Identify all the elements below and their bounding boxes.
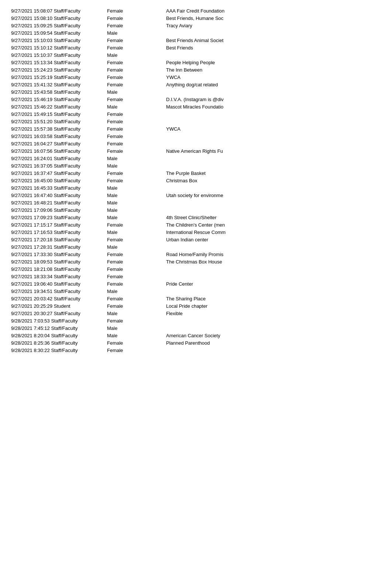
datetime-cell: 9/27/2021 18:21:08 Staff/Faculty [11, 266, 107, 272]
table-row: 9/27/2021 15:43:58 Staff/FacultyMale [11, 89, 381, 96]
charity-cell: YWCA [166, 126, 381, 132]
datetime-cell: 9/27/2021 15:41:32 Staff/Faculty [11, 82, 107, 87]
gender-cell: Female [107, 274, 166, 279]
datetime-cell: 9/27/2021 16:45:00 Staff/Faculty [11, 178, 107, 183]
gender-cell: Female [107, 126, 166, 132]
charity-cell: Native American Rights Fu [166, 148, 381, 154]
datetime-cell: 9/27/2021 15:25:19 Staff/Faculty [11, 75, 107, 80]
table-row: 9/28/2021 8:30:22 Staff/FacultyFemale [11, 347, 381, 354]
gender-cell: Male [107, 200, 166, 206]
table-row: 9/27/2021 15:09:25 Staff/FacultyFemaleTr… [11, 22, 381, 30]
gender-cell: Male [107, 311, 166, 316]
table-row: 9/27/2021 19:34:51 Staff/FacultyMale [11, 288, 381, 295]
datetime-cell: 9/27/2021 19:06:40 Staff/Faculty [11, 281, 107, 287]
table-row: 9/27/2021 15:57:38 Staff/FacultyFemaleYW… [11, 125, 381, 133]
gender-cell: Female [107, 111, 166, 117]
gender-cell: Male [107, 185, 166, 191]
datetime-cell: 9/28/2021 8:25:36 Staff/Faculty [11, 340, 107, 346]
gender-cell: Male [107, 325, 166, 331]
datetime-cell: 9/27/2021 15:09:25 Staff/Faculty [11, 23, 107, 28]
gender-cell: Male [107, 30, 166, 36]
datetime-cell: 9/27/2021 15:24:23 Staff/Faculty [11, 67, 107, 73]
charity-cell: AAA Fair Credit Foundation [166, 8, 381, 14]
table-row: 9/27/2021 15:10:37 Staff/FacultyMale [11, 52, 381, 59]
charity-cell: Mascot Miracles Foundatio [166, 104, 381, 110]
gender-cell: Male [107, 156, 166, 161]
datetime-cell: 9/27/2021 15:46:22 Staff/Faculty [11, 104, 107, 110]
table-row: 9/27/2021 17:33:30 Staff/FacultyFemaleRo… [11, 251, 381, 258]
table-row: 9/27/2021 20:25:29 StudentFemaleLocal Pr… [11, 303, 381, 310]
gender-cell: Female [107, 266, 166, 272]
datetime-cell: 9/27/2021 15:49:15 Staff/Faculty [11, 111, 107, 117]
datetime-cell: 9/27/2021 16:03:58 Staff/Faculty [11, 134, 107, 139]
charity-cell: Anything dog/cat related [166, 82, 381, 87]
table-row: 9/27/2021 15:41:32 Staff/FacultyFemaleAn… [11, 81, 381, 89]
gender-cell: Female [107, 134, 166, 139]
table-row: 9/27/2021 17:16:53 Staff/FacultyMaleInte… [11, 229, 381, 236]
table-row: 9/27/2021 16:07:56 Staff/FacultyFemaleNa… [11, 148, 381, 155]
charity-cell: The Sharing Place [166, 296, 381, 301]
gender-cell: Male [107, 207, 166, 213]
datetime-cell: 9/27/2021 15:10:12 Staff/Faculty [11, 45, 107, 51]
table-row: 9/27/2021 20:30:27 Staff/FacultyMaleFlex… [11, 310, 381, 317]
table-row: 9/27/2021 16:37:47 Staff/FacultyFemaleTh… [11, 170, 381, 177]
table-row: 9/27/2021 16:45:00 Staff/FacultyFemaleCh… [11, 177, 381, 184]
table-row: 9/27/2021 17:20:18 Staff/FacultyFemaleUr… [11, 236, 381, 244]
gender-cell: Female [107, 252, 166, 257]
table-row: 9/27/2021 17:28:31 Staff/FacultyMale [11, 244, 381, 251]
gender-cell: Female [107, 141, 166, 146]
table-row: 9/27/2021 17:15:17 Staff/FacultyFemaleTh… [11, 221, 381, 229]
table-row: 9/28/2021 7:45:12 Staff/FacultyMale [11, 325, 381, 332]
charity-cell: Pride Center [166, 281, 381, 287]
datetime-cell: 9/27/2021 20:03:42 Staff/Faculty [11, 296, 107, 301]
charity-cell: Best Friends [166, 45, 381, 51]
charity-cell: Utah society for environme [166, 193, 381, 198]
gender-cell: Female [107, 340, 166, 346]
table-row: 9/27/2021 15:08:07 Staff/FacultyFemaleAA… [11, 7, 381, 15]
datetime-cell: 9/28/2021 8:20:04 Staff/Faculty [11, 333, 107, 338]
gender-cell: Female [107, 170, 166, 176]
table-row: 9/27/2021 15:46:22 Staff/FacultyMaleMasc… [11, 103, 381, 111]
gender-cell: Male [107, 89, 166, 95]
table-row: 9/27/2021 16:37:05 Staff/FacultyMale [11, 162, 381, 170]
gender-cell: Female [107, 8, 166, 14]
table-row: 9/27/2021 18:33:34 Staff/FacultyFemale [11, 273, 381, 280]
datetime-cell: 9/27/2021 16:37:47 Staff/Faculty [11, 170, 107, 176]
table-row: 9/27/2021 16:04:27 Staff/FacultyFemale [11, 140, 381, 148]
charity-cell: D.I.V.A. (Instagram is @div [166, 97, 381, 102]
gender-cell: Female [107, 97, 166, 102]
datetime-cell: 9/27/2021 20:30:27 Staff/Faculty [11, 311, 107, 316]
datetime-cell: 9/27/2021 15:13:34 Staff/Faculty [11, 60, 107, 65]
gender-cell: Male [107, 244, 166, 250]
table-row: 9/27/2021 15:09:54 Staff/FacultyMale [11, 30, 381, 37]
table-row: 9/27/2021 16:48:21 Staff/FacultyMale [11, 199, 381, 207]
datetime-cell: 9/27/2021 16:48:21 Staff/Faculty [11, 200, 107, 206]
gender-cell: Male [107, 193, 166, 198]
datetime-cell: 9/28/2021 7:03:53 Staff/Faculty [11, 318, 107, 324]
charity-cell: The Inn Between [166, 67, 381, 73]
table-row: 9/28/2021 8:25:36 Staff/FacultyFemalePla… [11, 339, 381, 347]
table-row: 9/27/2021 15:51:20 Staff/FacultyFemale [11, 118, 381, 125]
datetime-cell: 9/27/2021 17:28:31 Staff/Faculty [11, 244, 107, 250]
data-table: 9/27/2021 15:08:07 Staff/FacultyFemaleAA… [11, 7, 381, 354]
gender-cell: Male [107, 215, 166, 220]
table-row: 9/27/2021 19:06:40 Staff/FacultyFemalePr… [11, 280, 381, 288]
datetime-cell: 9/27/2021 16:37:05 Staff/Faculty [11, 163, 107, 169]
charity-cell: The Christmas Box House [166, 259, 381, 265]
datetime-cell: 9/27/2021 17:33:30 Staff/Faculty [11, 252, 107, 257]
charity-cell: International Rescue Comm [166, 230, 381, 235]
table-row: 9/27/2021 15:25:19 Staff/FacultyFemaleYW… [11, 74, 381, 81]
gender-cell: Male [107, 333, 166, 338]
table-row: 9/27/2021 15:08:10 Staff/FacultyFemaleBe… [11, 15, 381, 22]
table-row: 9/27/2021 16:03:58 Staff/FacultyFemale [11, 133, 381, 140]
table-row: 9/27/2021 17:09:23 Staff/FacultyMale4th … [11, 214, 381, 221]
gender-cell: Female [107, 318, 166, 324]
datetime-cell: 9/27/2021 18:09:53 Staff/Faculty [11, 259, 107, 265]
gender-cell: Female [107, 348, 166, 353]
charity-cell: Tracy Aviary [166, 23, 381, 28]
datetime-cell: 9/27/2021 15:08:07 Staff/Faculty [11, 8, 107, 14]
datetime-cell: 9/27/2021 19:34:51 Staff/Faculty [11, 289, 107, 294]
datetime-cell: 9/27/2021 16:07:56 Staff/Faculty [11, 148, 107, 154]
gender-cell: Female [107, 259, 166, 265]
charity-cell: The Purple Basket [166, 170, 381, 176]
